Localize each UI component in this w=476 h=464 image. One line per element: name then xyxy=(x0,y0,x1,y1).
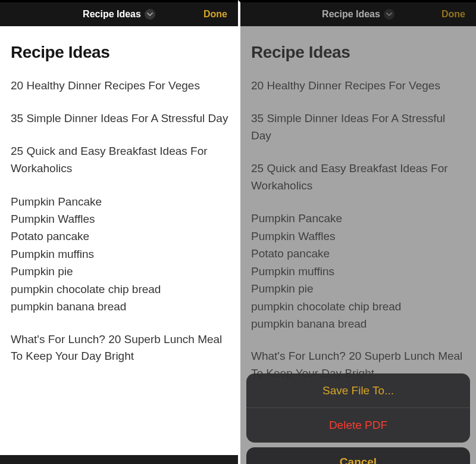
chevron-down-icon xyxy=(145,9,155,20)
list-item: pumpkin banana bread xyxy=(11,298,230,315)
list-item: Pumpkin muffins xyxy=(251,263,468,280)
note-paragraph: 25 Quick and Easy Breakfast Ideas For Wo… xyxy=(251,160,468,195)
list-item: Potato pancake xyxy=(11,228,230,245)
list-item: Pumpkin pie xyxy=(251,280,468,297)
note-body[interactable]: Recipe Ideas 20 Healthy Dinner Recipes F… xyxy=(240,26,476,464)
action-sheet: Save File To... Delete PDF Cancel xyxy=(246,373,470,464)
list-item: Pumpkin Waffles xyxy=(11,210,230,228)
list-item: Pumpkin muffins xyxy=(11,245,230,263)
note-list: Pumpkin Pancake Pumpkin Waffles Potato p… xyxy=(11,193,230,316)
list-item: Pumpkin Pancake xyxy=(11,193,230,210)
save-file-to-button[interactable]: Save File To... xyxy=(246,373,470,408)
note-paragraph: 25 Quick and Easy Breakfast Ideas For Wo… xyxy=(11,143,230,177)
done-button[interactable]: Done xyxy=(441,9,465,20)
list-item: Pumpkin Waffles xyxy=(251,228,468,245)
note-paragraph: 35 Simple Dinner Ideas For A Stressful D… xyxy=(251,110,468,145)
nav-title-text: Recipe Ideas xyxy=(322,9,380,20)
list-item: Potato pancake xyxy=(251,245,468,262)
chevron-down-icon xyxy=(384,9,394,20)
nav-title-text: Recipe Ideas xyxy=(83,9,141,20)
note-heading: Recipe Ideas xyxy=(11,43,230,62)
phone-screen-right: Recipe Ideas Done Recipe Ideas 20 Health… xyxy=(238,0,476,464)
list-item: Pumpkin pie xyxy=(11,263,230,280)
phone-screen-left: Recipe Ideas Done Recipe Ideas 20 Health… xyxy=(0,0,238,464)
note-body[interactable]: Recipe Ideas 20 Healthy Dinner Recipes F… xyxy=(0,26,238,464)
list-item: pumpkin banana bread xyxy=(251,315,468,332)
note-list: Pumpkin Pancake Pumpkin Waffles Potato p… xyxy=(251,210,468,332)
note-paragraph: 20 Healthy Dinner Recipes For Veges xyxy=(11,77,230,95)
done-button[interactable]: Done xyxy=(203,9,227,20)
nav-title-button[interactable]: Recipe Ideas xyxy=(322,9,394,20)
note-paragraph: 35 Simple Dinner Ideas For A Stressful D… xyxy=(11,110,230,127)
list-item: pumpkin chocolate chip bread xyxy=(11,281,230,298)
list-item: Pumpkin Pancake xyxy=(251,210,468,227)
list-item: pumpkin chocolate chip bread xyxy=(251,298,468,315)
nav-title-button[interactable]: Recipe Ideas xyxy=(83,9,155,20)
note-paragraph: 20 Healthy Dinner Recipes For Veges xyxy=(251,77,468,95)
cancel-button[interactable]: Cancel xyxy=(246,447,470,464)
nav-bar: Recipe Ideas Done xyxy=(0,2,238,26)
toolbar-strip xyxy=(0,455,238,464)
delete-pdf-button[interactable]: Delete PDF xyxy=(246,408,470,443)
note-heading: Recipe Ideas xyxy=(251,43,468,62)
action-sheet-group: Save File To... Delete PDF xyxy=(246,373,470,443)
nav-bar: Recipe Ideas Done xyxy=(240,2,476,26)
note-paragraph: What's For Lunch? 20 Superb Lunch Meal T… xyxy=(11,331,230,366)
cancel-label: Cancel xyxy=(340,456,377,464)
